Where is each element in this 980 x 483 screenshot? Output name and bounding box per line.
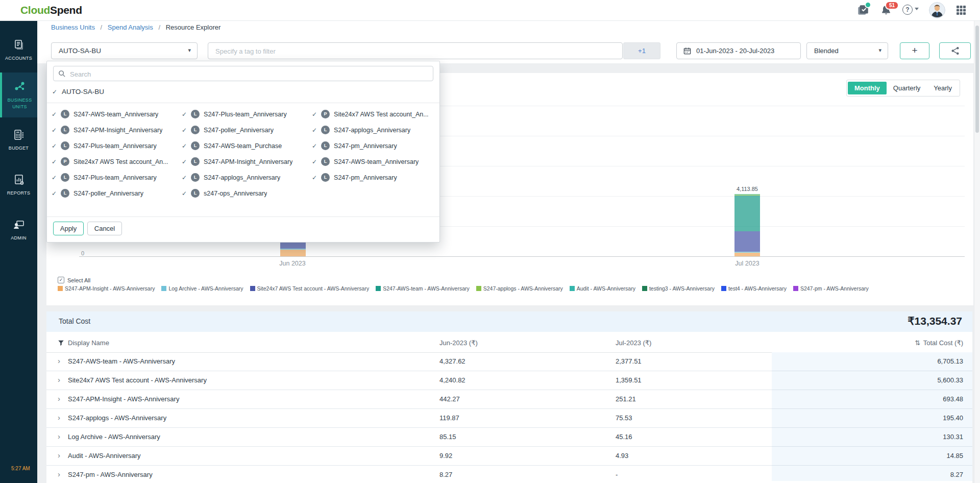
legend-item[interactable]: Audit - AWS-Anniversary xyxy=(570,285,635,292)
apply-button[interactable]: Apply xyxy=(53,222,84,235)
provider-badge: L xyxy=(321,141,330,150)
expand-chevron-icon[interactable]: › xyxy=(58,413,60,422)
tasks-icon[interactable] xyxy=(856,3,870,16)
bar-segment[interactable] xyxy=(280,249,306,250)
bu-dropdown-item[interactable]: ✓LS247-AWS-team_Purchase xyxy=(182,141,312,150)
checkbox-checked-icon[interactable]: ✓ xyxy=(58,277,64,283)
tab-monthly[interactable]: Monthly xyxy=(848,82,887,94)
vertical-scrollbar xyxy=(974,20,980,483)
expand-chevron-icon[interactable]: › xyxy=(58,451,60,460)
apps-grid-icon[interactable] xyxy=(955,5,967,16)
bu-dropdown-item[interactable]: ✓LS247-APM-Insight_Anniversary xyxy=(52,126,182,134)
bar-segment[interactable] xyxy=(734,253,760,256)
bu-item-label: S247-APM-Insight_Anniversary xyxy=(74,127,162,134)
expand-chevron-icon[interactable]: › xyxy=(58,432,60,441)
table-row[interactable]: ›Audit - AWS-Anniversary9.924.9314.85 xyxy=(46,447,972,466)
row-total-value: 8.27 xyxy=(950,471,963,478)
legend-label: Audit - AWS-Anniversary xyxy=(577,285,635,292)
bar-segment[interactable] xyxy=(734,231,760,252)
user-avatar[interactable] xyxy=(929,2,945,18)
col-display-name[interactable]: Display Name xyxy=(68,339,109,347)
cancel-button[interactable]: Cancel xyxy=(87,222,122,235)
table-row[interactable]: ›S247-AWS-team - AWS-Anniversary4,327.62… xyxy=(46,352,972,371)
bu-dropdown-item[interactable]: ✓LS247-applogs_Anniversary xyxy=(312,126,435,134)
expand-chevron-icon[interactable]: › xyxy=(58,375,60,384)
scrollbar-thumb[interactable] xyxy=(975,26,979,133)
col-jun-2023[interactable]: Jun-2023 (₹) xyxy=(439,339,478,347)
tab-quarterly[interactable]: Quarterly xyxy=(887,82,927,94)
breadcrumb-business-units[interactable]: Business Units xyxy=(51,23,95,31)
bu-dropdown-item[interactable]: ✓LS247-AWS-team_Anniversary xyxy=(52,110,182,118)
bar-segment[interactable] xyxy=(280,250,306,256)
bu-dropdown-item[interactable]: ✓LS247-applogs_Anniversary xyxy=(182,173,312,182)
legend-item[interactable]: S247-AWS-team - AWS-Anniversary xyxy=(376,285,470,292)
legend-select-all[interactable]: ✓ Select All xyxy=(58,277,90,283)
provider-badge: P xyxy=(61,157,69,166)
notifications-bell-icon[interactable]: 51 xyxy=(880,4,892,16)
bu-dropdown-item[interactable]: ✓LS247-Plus-team_Anniversary xyxy=(52,141,182,150)
bu-dropdown-item[interactable]: ✓PSite24x7 AWS Test account_An... xyxy=(312,110,435,118)
breadcrumb-spend-analysis[interactable]: Spend Analysis xyxy=(108,23,153,31)
legend-item[interactable]: S247-pm - AWS-Anniversary xyxy=(793,285,869,292)
legend-item[interactable]: Log Archive - AWS-Anniversary xyxy=(161,285,243,292)
sidebar-item-admin[interactable]: ADMIN xyxy=(0,207,37,252)
bu-dropdown-item[interactable]: ✓LS247-Plus-team_Anniversary xyxy=(182,110,312,118)
dropdown-search-input[interactable] xyxy=(69,66,428,82)
expand-chevron-icon[interactable]: › xyxy=(58,470,60,478)
sidebar-item-accounts[interactable]: ACCOUNTS xyxy=(0,28,37,73)
legend-item[interactable]: S247-applogs - AWS-Anniversary xyxy=(476,285,563,292)
bu-dropdown-item[interactable]: ✓LS247-pm_Anniversary xyxy=(312,173,435,182)
bu-item-label: S247-poller_Anniversary xyxy=(204,127,274,134)
bar-segment[interactable] xyxy=(734,194,760,195)
expand-chevron-icon[interactable]: › xyxy=(58,356,60,365)
bu-dropdown-item[interactable]: ✓LS247-APM-Insight_Anniversary xyxy=(182,157,312,166)
avatar-image xyxy=(929,2,945,18)
bar-segment[interactable] xyxy=(734,252,760,252)
provider-badge: L xyxy=(61,173,69,182)
bar-segment[interactable] xyxy=(734,196,760,231)
table-row[interactable]: ›S247-applogs - AWS-Anniversary119.8775.… xyxy=(46,409,972,428)
app-logo[interactable]: CloudSpend xyxy=(20,4,82,16)
filter-funnel-icon[interactable] xyxy=(58,340,64,348)
bu-dropdown-item[interactable]: ✓LS247-Plus-team_Anniversary xyxy=(52,173,182,182)
row-total-value: 5,600.33 xyxy=(937,376,963,384)
date-range-picker[interactable]: 01-Jun-2023 - 20-Jul-2023 xyxy=(676,42,801,59)
divider xyxy=(47,216,439,217)
sidebar-item-business-units[interactable]: BUSINESS UNITS xyxy=(0,73,37,117)
table-row[interactable]: ›S247-APM-Insight - AWS-Anniversary442.2… xyxy=(46,390,972,409)
share-button[interactable] xyxy=(939,42,971,59)
bu-dropdown-item[interactable]: ✓LS247-pm_Anniversary xyxy=(312,141,435,150)
bu-dropdown-item[interactable]: ✓LS247-poller_Anniversary xyxy=(52,189,182,198)
sidebar-item-budget[interactable]: BUDGET xyxy=(0,117,37,162)
sidebar-item-reports[interactable]: REPORTS xyxy=(0,162,37,207)
legend-item[interactable]: testing3 - AWS-Anniversary xyxy=(642,285,715,292)
business-unit-select[interactable]: AUTO-SA-BU ▾ xyxy=(51,42,198,59)
bu-dropdown-item[interactable]: ✓LS247-AWS-team_Anniversary xyxy=(312,157,435,166)
tag-filter-input[interactable] xyxy=(214,43,615,60)
bar-total-label: 4,113.85 xyxy=(722,186,773,192)
bu-group-row[interactable]: ✓ AUTO-SA-BU xyxy=(52,88,104,95)
help-menu[interactable]: ? xyxy=(902,5,920,16)
bu-dropdown-item[interactable]: ✓LS247-poller_Anniversary xyxy=(182,126,312,134)
col-total-cost[interactable]: ⇅ Total Cost (₹) xyxy=(915,339,963,347)
bar-segment[interactable] xyxy=(734,195,760,196)
table-row[interactable]: ›S247-pm - AWS-Anniversary8.27-8.27 xyxy=(46,466,972,483)
legend-item[interactable]: S247-APM-Insight - AWS-Anniversary xyxy=(58,285,155,292)
col-jul-2023[interactable]: Jul-2023 (₹) xyxy=(616,339,651,347)
breadcrumb: Business Units / Spend Analysis / Resour… xyxy=(51,23,224,31)
cost-type-select[interactable]: Blended ▾ xyxy=(806,42,888,59)
tag-overflow-badge[interactable]: +1 xyxy=(623,42,660,59)
sort-icon[interactable]: ⇅ xyxy=(915,339,920,347)
business-unit-dropdown-panel: ✓ AUTO-SA-BU ✓LS247-AWS-team_Anniversary… xyxy=(46,61,440,243)
bu-dropdown-item[interactable]: ✓PSite24x7 AWS Test account_An... xyxy=(52,157,182,166)
row-display-name: Log Archive - AWS-Anniversary xyxy=(68,433,160,441)
legend-item[interactable]: Site24x7 AWS Test account - AWS-Annivers… xyxy=(250,285,370,292)
table-row[interactable]: ›Log Archive - AWS-Anniversary85.1545.16… xyxy=(46,428,972,447)
tab-yearly[interactable]: Yearly xyxy=(927,82,959,94)
expand-chevron-icon[interactable]: › xyxy=(58,394,60,403)
add-button[interactable]: + xyxy=(900,42,929,59)
table-row[interactable]: ›Site24x7 AWS Test account - AWS-Anniver… xyxy=(46,371,972,390)
legend-item[interactable]: test4 - AWS-Anniversary xyxy=(721,285,787,292)
bu-dropdown-item[interactable]: ✓Ls247-ops_Anniversary xyxy=(182,189,312,198)
legend-swatch xyxy=(476,286,481,291)
